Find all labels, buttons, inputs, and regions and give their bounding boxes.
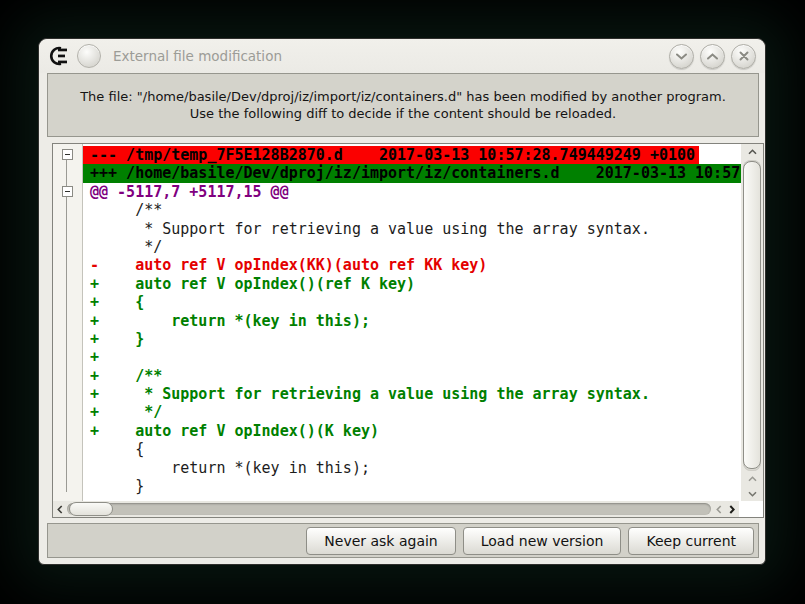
dialog-button-bar: Never ask again Load new version Keep cu…: [47, 523, 759, 558]
diff-line: + * Support for retrieving a value using…: [83, 385, 741, 403]
fold-tree-line: [66, 158, 67, 492]
keep-current-button[interactable]: Keep current: [628, 527, 754, 555]
diff-line: + return *(key in this);: [83, 312, 741, 330]
diff-line: return *(key in this);: [83, 459, 741, 477]
chevron-left-icon: [57, 505, 63, 514]
vertical-scroll-thumb[interactable]: [743, 161, 761, 469]
titlebar-menu-button[interactable]: [77, 44, 101, 68]
scroll-left-button-secondary[interactable]: [712, 501, 726, 517]
diff-viewer: --- /tmp/temp_7F5E128B2870.d 2017-03-13 …: [52, 143, 764, 518]
message-panel: The file: "/home/basile/Dev/dproj/iz/imp…: [47, 73, 759, 137]
diff-line: + /**: [83, 367, 741, 385]
close-button[interactable]: [731, 44, 756, 69]
vertical-scrollbar[interactable]: [741, 144, 763, 501]
scroll-up-button-secondary[interactable]: [741, 471, 763, 486]
scroll-down-button[interactable]: [741, 486, 763, 501]
diff-line: * Support for retrieving a value using t…: [83, 220, 741, 238]
never-ask-again-button[interactable]: Never ask again: [306, 527, 455, 555]
diff-line: @@ -5117,7 +5117,15 @@: [83, 183, 741, 201]
chevron-up-icon: [748, 149, 757, 155]
diff-line: + {: [83, 293, 741, 311]
diff-line: + */: [83, 403, 741, 421]
diff-line: + auto ref V opIndex()(K key): [83, 422, 741, 440]
minimize-button[interactable]: [669, 44, 694, 69]
scroll-left-button[interactable]: [53, 501, 67, 517]
close-icon: [739, 51, 749, 61]
window-title: External file modification: [113, 48, 663, 64]
diff-code[interactable]: --- /tmp/temp_7F5E128B2870.d 2017-03-13 …: [83, 144, 741, 501]
coedit-app-icon: [48, 45, 70, 67]
horizontal-scroll-thumb[interactable]: [69, 502, 113, 516]
chevron-down-icon: [748, 491, 757, 497]
fold-gutter: [53, 144, 83, 501]
diff-line: {: [83, 440, 741, 458]
chevron-up-icon: [748, 476, 757, 482]
diff-line: }: [83, 477, 741, 495]
dialog-window: External file modification The file: "/h…: [38, 38, 766, 565]
diff-line: +: [83, 348, 741, 366]
chevron-right-icon: [729, 505, 735, 514]
fold-collapse-icon[interactable]: [62, 149, 73, 160]
diff-line: + }: [83, 330, 741, 348]
horizontal-scrollbar[interactable]: [53, 501, 739, 517]
message-line-2: Use the following diff to decide if the …: [190, 105, 617, 122]
scroll-up-button[interactable]: [741, 144, 763, 159]
diff-line: /**: [83, 201, 741, 219]
diff-line: +++ /home/basile/Dev/dproj/iz/import/iz/…: [83, 164, 741, 182]
chevron-left-icon: [716, 505, 722, 514]
load-new-version-button[interactable]: Load new version: [463, 527, 622, 555]
diff-line: */: [83, 238, 741, 256]
fold-collapse-icon[interactable]: [62, 186, 73, 197]
diff-line: - auto ref V opIndex(KK)(auto ref KK key…: [83, 256, 741, 274]
chevron-up-icon: [707, 53, 718, 60]
message-line-1: The file: "/home/basile/Dev/dproj/iz/imp…: [80, 88, 726, 105]
diff-line: --- /tmp/temp_7F5E128B2870.d 2017-03-13 …: [83, 146, 741, 164]
diff-line: + auto ref V opIndex()(ref K key): [83, 275, 741, 293]
scroll-right-button[interactable]: [725, 501, 739, 517]
chevron-down-icon: [676, 53, 687, 60]
titlebar[interactable]: External file modification: [39, 39, 765, 73]
horizontal-scroll-track[interactable]: [67, 503, 711, 515]
maximize-button[interactable]: [700, 44, 725, 69]
